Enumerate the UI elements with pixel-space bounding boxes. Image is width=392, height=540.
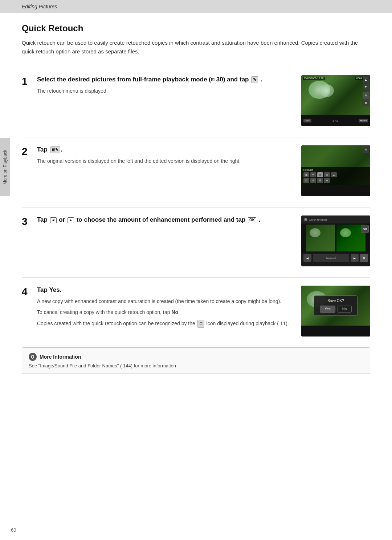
retouch-icon-1: ▦ [303, 172, 309, 177]
or-text: or [59, 216, 65, 223]
retouch-icon-8: ⊟ [317, 178, 323, 183]
more-info-text: See "Image/Sound File and Folder Names" … [29, 363, 363, 368]
step-divider-4 [22, 277, 370, 278]
step-4-title: Tap Yes. [37, 286, 290, 294]
header-breadcrumb: Editing Pictures [0, 0, 392, 13]
step-3-title: Tap ◄ or ► to choose the amount of enhan… [37, 215, 290, 224]
step-1-title: Select the desired pictures from full-fr… [37, 75, 290, 84]
intro-text: Quick retouch can be used to easily crea… [22, 39, 370, 56]
step-4-number: 4 [22, 286, 37, 298]
main-content: Quick Retouch Quick retouch can be used … [0, 13, 392, 388]
step-3-number: 3 [22, 215, 37, 227]
screen1-edit-btn: ✎ [363, 92, 369, 99]
screen-save-ok: Save OK? Yes No [301, 286, 370, 337]
screen3-comparison: OK [301, 223, 370, 253]
step-4: 4 Tap Yes. A new copy with enhanced cont… [22, 286, 370, 337]
page-number: 60 [11, 527, 16, 533]
screen3-top-bar: ⊞ Quick retouch [301, 215, 370, 223]
screen3-left-btn: ◄ [303, 254, 311, 262]
quick-retouch-icon-small: ⊞ [304, 218, 307, 221]
step-1-desc: The retouch menu is displayed. [37, 87, 290, 95]
screen1-background: 15/05/2009 15:30 0004.JPG ▲ ▼ ✎ 🗑 [301, 75, 370, 115]
save-yes-btn[interactable]: Yes [320, 306, 335, 313]
ok-icon-inline: OK [248, 217, 256, 223]
retouch-icons-row-2: ⊡ ⊘ ⊟ 🎙 [303, 178, 368, 183]
quick-retouch-label: Quick retouch [309, 218, 327, 221]
screen1-controls: ▲ ▼ ✎ 🗑 [363, 76, 369, 106]
retouch-icon-5: ▲ [331, 172, 337, 177]
step-1-content: Select the desired pictures from full-fr… [37, 75, 298, 95]
more-info-title: Q More Information [29, 353, 363, 361]
retouch-icon-6: ⊡ [303, 178, 309, 183]
save-dialog-buttons: Yes No [319, 306, 352, 313]
screen3-right-btn: ► [351, 254, 359, 262]
step-2-title: Tap ⊞✎. [37, 145, 290, 154]
retouch-tap-icon: ⊞✎ [50, 146, 60, 153]
more-info-title-text: More Information [40, 354, 81, 360]
step-4-image-wrapper: Save OK? Yes No [298, 286, 370, 337]
step-4-yes-label: Yes [49, 286, 60, 293]
retouch-overlay: Retouch ▦ ✏ ⊞ ⊠ ▲ ⊡ ⊘ ⊟ 🎙 [301, 167, 370, 185]
screen1-bottom-bar: DISP 4/ 41 MENU [301, 115, 370, 126]
step-1-ref: 30 [216, 76, 223, 83]
screen1-counter: 4/ 41 [332, 120, 338, 122]
screen3-original [306, 225, 335, 251]
retouch-icon-9: 🎙 [324, 178, 330, 183]
step-divider-3 [22, 207, 370, 207]
screen1-top-bar: 15/05/2009 15:30 0004.JPG [303, 77, 369, 80]
step-4-desc-1: A new copy with enhanced contrast and sa… [37, 297, 290, 305]
retouch-playback-icon: ⊡ [197, 320, 204, 328]
retouch-icon-4: ⊠ [324, 172, 330, 177]
step-3: 3 Tap ◄ or ► to choose the amount of enh… [22, 215, 370, 266]
more-info-icon: Q [29, 353, 37, 361]
screen3-close-btn: ✕ [360, 254, 368, 262]
step-2-image-wrapper: ✎ Retouch ▦ ✏ ⊞ ⊠ ▲ ⊡ ⊘ [298, 145, 370, 196]
save-dialog: Save OK? Yes No [314, 295, 358, 316]
screen2-edit-ctrl: ✎ [363, 146, 369, 153]
retouch-icon-2: ✏ [310, 172, 316, 177]
step-divider-1 [22, 67, 370, 67]
screen-quick-retouch: ⊞ Quick retouch OK ◄ Normal ► ✕ [301, 215, 370, 266]
right-nav-icon: ► [68, 217, 74, 223]
step-3-image-wrapper: ⊞ Quick retouch OK ◄ Normal ► ✕ [298, 215, 370, 266]
screen2-bottom [301, 185, 370, 196]
edit-icon-inline: ✎ [251, 76, 258, 83]
no-label: No [171, 309, 178, 315]
screen1-trash-btn: 🗑 [363, 100, 369, 106]
step-4-desc: A new copy with enhanced contrast and sa… [37, 297, 290, 328]
screen2-top-ctrl: ✎ [363, 146, 369, 153]
screen1-info: 15/05/2009 15:30 [303, 77, 325, 80]
step-2-desc: The original version is displayed on the… [37, 157, 290, 165]
screen1-up-btn: ▲ [363, 76, 369, 83]
step-1-title-text: Select the desired pictures from full-fr… [37, 76, 262, 83]
screen-retouch-menu: ✎ Retouch ▦ ✏ ⊞ ⊠ ▲ ⊡ ⊘ [301, 145, 370, 196]
screen4-background: Save OK? Yes No [301, 286, 370, 326]
screen2-background: ✎ Retouch ▦ ✏ ⊞ ⊠ ▲ ⊡ ⊘ [301, 145, 370, 185]
retouch-icon-7: ⊘ [310, 178, 316, 183]
retouch-icons-row-1: ▦ ✏ ⊞ ⊠ ▲ [303, 172, 368, 177]
step-2: 2 Tap ⊞✎. The original version is displa… [22, 145, 370, 196]
step-1: 1 Select the desired pictures from full-… [22, 75, 370, 126]
step-4-desc-3: Copies created with the quick retouch op… [37, 319, 290, 328]
left-nav-icon: ◄ [50, 217, 57, 223]
step-1-image-wrapper: 15/05/2009 15:30 0004.JPG ▲ ▼ ✎ 🗑 DISP 4… [298, 75, 370, 126]
screen4-bottom [301, 326, 370, 337]
save-no-btn[interactable]: No [338, 306, 352, 313]
step-divider-2 [22, 137, 370, 137]
screen3-nav-label: Normal [313, 254, 349, 262]
step-4-desc-2: To cancel creating a copy with the quick… [37, 308, 290, 316]
retouch-icon-3: ⊞ [317, 172, 323, 177]
screen3-bottom-bar: ◄ Normal ► ✕ [301, 253, 370, 263]
step-2-number: 2 [22, 145, 37, 157]
screen3-label: ⊞ Quick retouch [304, 218, 327, 221]
screen-playback: 15/05/2009 15:30 0004.JPG ▲ ▼ ✎ 🗑 DISP 4… [301, 75, 370, 126]
page-title: Quick Retouch [22, 23, 370, 33]
retouch-menu-label: Retouch [303, 169, 368, 171]
step-1-number: 1 [22, 75, 37, 87]
screen1-menu-label: MENU [359, 119, 368, 122]
step-3-content: Tap ◄ or ► to choose the amount of enhan… [37, 215, 298, 227]
screen1-down-btn: ▼ [363, 84, 369, 90]
book-ref-icon: ⊡ [211, 77, 215, 83]
screen1-disp-label: DISP [303, 119, 311, 122]
screen3-ok-btn: OK [361, 225, 369, 233]
